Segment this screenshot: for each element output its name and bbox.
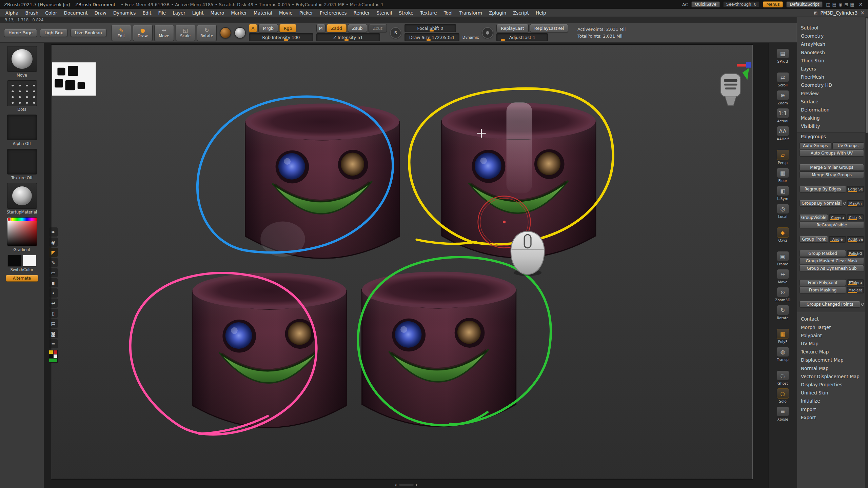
right-shelf-item[interactable]: ○ Solo [769, 388, 797, 403]
rgb-intensity-slider[interactable]: Rgb Intensity 100 [249, 33, 313, 41]
default-zscript-button[interactable]: DefaultZScript [786, 1, 823, 7]
right-shelf-item[interactable]: ◍ Transp [769, 347, 797, 362]
active-tool-name[interactable]: PM3D_Cylinder3 [820, 10, 857, 16]
menu-item[interactable]: Tool [440, 9, 456, 17]
group-front-button[interactable]: Group Front [800, 236, 828, 243]
home-page-button[interactable]: Home Page [4, 29, 37, 37]
quick-tool-icon[interactable]: ▤ [49, 319, 58, 328]
regroup-by-edges-button[interactable]: Regroup By Edges [800, 186, 846, 192]
adjust-last-slider[interactable]: AdjustLast 1 [496, 33, 548, 41]
titlebar-icon[interactable]: ⊞ [844, 2, 848, 7]
quick-tool-icon[interactable]: ▪ [49, 278, 58, 287]
menu-item[interactable]: Macro [207, 9, 228, 17]
menu-item[interactable]: Draw [91, 9, 110, 17]
z-intensity-slider[interactable]: Z Intensity 51 [316, 33, 380, 41]
menu-item[interactable]: Render [350, 9, 373, 17]
menu-item[interactable]: File [155, 9, 170, 17]
quick-tool-icon[interactable]: ◤ [49, 248, 58, 257]
tool-close-icon[interactable]: × [860, 10, 865, 16]
menu-item[interactable]: Picker [296, 9, 316, 17]
coverage-slider[interactable]: Covera [829, 214, 846, 221]
menu-item[interactable]: Transform [456, 9, 486, 17]
menu-item[interactable]: Material [250, 9, 276, 17]
group-masked-clear-mask-button[interactable]: Group Masked Clear Mask [800, 258, 864, 264]
quick-tool-icon[interactable]: ▯ [49, 309, 58, 318]
quicksave-button[interactable]: QuickSave [691, 1, 719, 7]
right-shelf-item[interactable]: ⇄ Scroll [769, 72, 797, 87]
uv-groups-button[interactable]: Uv Groups [832, 142, 864, 149]
group-masked-button[interactable]: Group Masked [800, 250, 846, 257]
airbrush-toggle[interactable]: A [249, 24, 257, 32]
titlebar-icon[interactable]: ▤ [832, 2, 836, 7]
tool-palette-item[interactable]: ArrayMesh [797, 40, 864, 48]
right-shelf-item[interactable]: ≡ Xpose [769, 406, 797, 421]
angle-slider[interactable]: Angle [829, 236, 846, 243]
dynamic-label[interactable]: Dynamic [462, 35, 479, 40]
edge-smoothness-slider[interactable]: Edge Se [847, 186, 864, 192]
tool-palette-item[interactable]: Deformation [797, 106, 864, 114]
tool-palette-item[interactable]: FiberMesh [797, 73, 864, 81]
tool-palette-item[interactable]: Normal Map [797, 364, 864, 372]
menu-item[interactable]: Dynamics [110, 9, 139, 17]
see-through-slider[interactable]: See-through: 0 [723, 1, 760, 7]
saturation-value-box[interactable] [7, 221, 37, 246]
swatch-green[interactable] [49, 358, 58, 363]
stroke-record-icon[interactable] [482, 27, 493, 39]
paint-tolerance-slider[interactable]: PTolera [847, 279, 864, 286]
live-boolean-button[interactable]: Live Boolean [71, 29, 106, 37]
menu-item[interactable]: Movie [276, 9, 296, 17]
lazy-mouse-icon[interactable]: S [390, 27, 401, 39]
menu-item[interactable]: Document [61, 9, 91, 17]
titlebar-icon[interactable]: ▦ [850, 2, 854, 7]
polish-groups-slider[interactable]: PolishG [847, 250, 864, 257]
additive-toggle[interactable]: Additive [847, 236, 864, 243]
groups-changed-points-button[interactable]: Groups Changed Points [800, 301, 860, 308]
tool-palette-item[interactable]: Layers [797, 65, 864, 73]
m-toggle[interactable]: M [316, 24, 326, 32]
scroll-right-icon[interactable]: ▸ [416, 483, 418, 487]
tool-palette-item[interactable]: Display Properties [797, 381, 864, 389]
mode-button[interactable]: ↔Move [154, 25, 174, 41]
alpha-thumbnail[interactable] [7, 115, 37, 140]
document-preview-thumbnail[interactable] [52, 62, 96, 96]
mode-button[interactable]: ↻Rotate [197, 25, 217, 41]
merge-stray-groups-button[interactable]: Merge Stray Groups [800, 171, 864, 178]
tool-palette-item[interactable]: Subtool [797, 24, 864, 32]
right-shelf-item[interactable]: ▤ SPix 3 [769, 48, 797, 63]
brush-preview-icon[interactable] [220, 27, 231, 39]
quick-tool-icon[interactable]: ◙ [49, 329, 58, 338]
cylinder-bottom-left[interactable] [193, 273, 347, 428]
tool-palette-item[interactable]: Masking [797, 114, 864, 122]
document-viewport[interactable] [52, 45, 753, 479]
texture-thumbnail[interactable] [7, 149, 37, 175]
menu-item[interactable]: Light [189, 9, 207, 17]
mode-button[interactable]: ◱Scale [176, 25, 195, 41]
canvas-area[interactable]: ✒◉◤✎▭▪•↩▯▤◙≡ ◂ ▸ [44, 43, 768, 488]
tool-palette-item[interactable]: Displacement Map [797, 356, 864, 364]
rgb-button[interactable]: Rgb [279, 24, 297, 32]
titlebar-icon[interactable]: ◫ [826, 2, 830, 7]
tool-palette-item[interactable]: Morph Target [797, 323, 864, 331]
menu-item[interactable]: Preferences [316, 9, 350, 17]
tool-palette-item[interactable]: Texture Map [797, 348, 864, 356]
right-shelf-item[interactable]: ⊕ Zoom [769, 90, 797, 105]
quick-tool-icon[interactable]: ◉ [49, 238, 58, 247]
merge-similar-groups-button[interactable]: Merge Similar Groups [800, 164, 864, 171]
menus-button[interactable]: Menus [763, 1, 783, 7]
replay-last-rel-button[interactable]: ReplayLastRel [530, 24, 569, 32]
focal-shift-slider[interactable]: Focal Shift 0 [405, 24, 456, 32]
menu-item[interactable]: Stencil [373, 9, 396, 17]
menu-item[interactable]: Stroke [395, 9, 417, 17]
tool-palette-item[interactable]: Preview [797, 89, 864, 98]
zsub-button[interactable]: Zsub [348, 24, 367, 32]
menu-item[interactable]: Edit [139, 9, 155, 17]
swatch-yellow[interactable] [49, 350, 53, 354]
panel-scrollbar[interactable] [865, 17, 868, 488]
cluster-slider[interactable]: Clstr 0. [847, 214, 864, 221]
hue-strip[interactable] [7, 218, 37, 221]
auto-groups-with-uv-button[interactable]: Auto Groups With UV [800, 150, 864, 157]
tool-palette-item[interactable]: NanoMesh [797, 48, 864, 57]
tool-palette-item[interactable]: UV Map [797, 340, 864, 348]
right-shelf-item[interactable]: ↻ Rotate [769, 305, 797, 320]
menu-item[interactable]: Layer [169, 9, 189, 17]
